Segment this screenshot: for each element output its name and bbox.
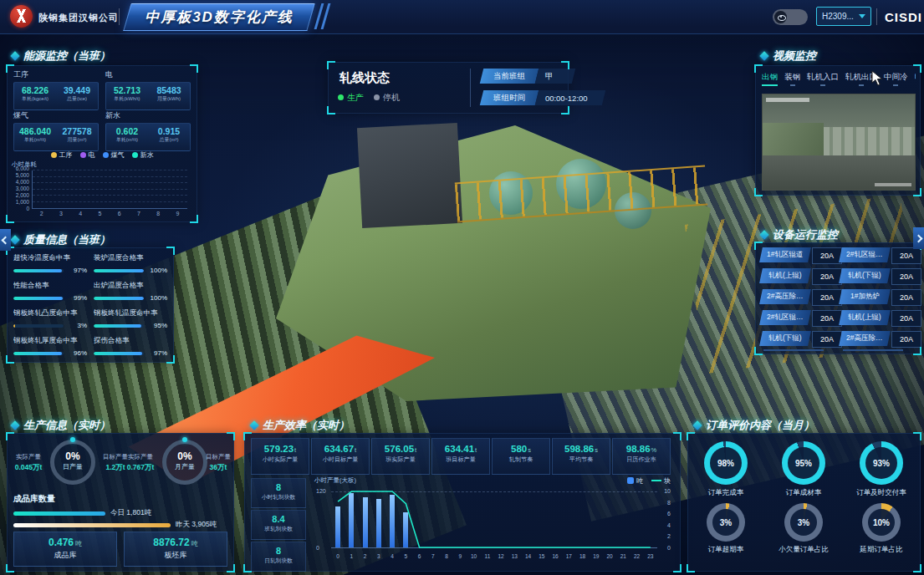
energy-value: 39.449	[56, 85, 98, 95]
video-frame[interactable]	[762, 94, 916, 191]
visibility-toggle[interactable]	[773, 9, 808, 25]
energy-value: 52.713	[106, 85, 148, 95]
tab-camera-5[interactable]: 电加热	[915, 72, 916, 86]
legend-swatch	[132, 152, 138, 158]
header-divider	[119, 8, 120, 25]
slab-stock-card: 8876.72吨板坯库	[124, 532, 227, 567]
tab-camera-4[interactable]: 中间冷	[884, 72, 908, 86]
y-tick-label: 0	[26, 206, 29, 211]
x-tick-label: 3	[51, 211, 70, 219]
order-delayed-gauge: 10%	[862, 503, 901, 542]
equipment-item[interactable]: 2#轧区辊…	[839, 247, 891, 262]
panel-corner	[561, 61, 569, 69]
x-tick-label: 15	[535, 553, 549, 562]
line-select-dropdown[interactable]: H2309...	[816, 7, 871, 26]
tab-camera-1[interactable]: 装钢	[784, 72, 800, 86]
energy-group: 新水 0.602单耗(m³/t) 0.915总量(m³)	[105, 110, 191, 151]
x-tick-label: 16	[549, 553, 562, 562]
equipment-panel: 1#轧区辊道20A 2#轧区辊…20A 轧机(上辊)20A 轧机(下辊)20A …	[755, 242, 921, 354]
panel-corner	[913, 188, 921, 196]
y-tick-label: 120	[316, 488, 326, 494]
finished-stock-card: 0.476吨成品库	[13, 532, 117, 567]
orders-panel: 98% 订单完成率 95% 订单成材率 93% 订单及时交付率 3% 订单超期率…	[687, 433, 921, 572]
y-tick-label: 10	[664, 488, 671, 494]
x-tick-label: 2	[359, 553, 372, 562]
y-tick-label: 1,000	[16, 199, 29, 205]
tab-underline	[893, 84, 898, 86]
equipment-item[interactable]: 轧机(下辊)	[759, 331, 811, 346]
equipment-current: 20A	[812, 247, 842, 264]
energy-panel: 工序 68.226单耗(kgce/t) 39.449总量(tce) 电 52.7…	[7, 65, 197, 222]
output-chart-plot	[331, 491, 657, 548]
equipment-item[interactable]: 1#加热炉	[839, 289, 891, 304]
x-tick-label: 14	[522, 553, 535, 562]
tab-camera-2[interactable]: 轧机入口	[807, 72, 839, 86]
hourly-output-chart: 01234567891011121314151617181920212223 0…	[311, 486, 676, 567]
equipment-item[interactable]: 2#高压除…	[759, 289, 811, 304]
equipment-item[interactable]: 轧机(下辊)	[839, 268, 891, 283]
legend-item: 吨	[627, 476, 643, 486]
target-output-month: 目标产量36万t	[204, 453, 232, 473]
panel-corner	[913, 64, 921, 73]
y-tick-label: 6	[667, 511, 671, 516]
legend-swatch	[651, 480, 661, 481]
equipment-current: 20A	[891, 247, 921, 264]
equipment-item[interactable]: 轧机(上辊)	[759, 268, 811, 283]
equipment-item[interactable]: 1#轧区辊道	[759, 247, 811, 262]
panel-corner	[754, 347, 763, 355]
panel-corner	[190, 64, 198, 73]
panel-corner	[190, 215, 198, 223]
collapse-right-panel-button[interactable]	[913, 227, 924, 249]
x-tick-label: 0	[331, 553, 345, 562]
panel-corner	[327, 106, 335, 114]
header-bar: 陕钢集团汉钢公司 中厚板3D数字化产线 H2309... CISDI	[0, 0, 924, 34]
efficiency-box: 8日轧制块数	[251, 542, 306, 572]
efficiency-box: 8小时轧制块数	[251, 478, 306, 508]
equipment-current: 20A	[891, 289, 921, 306]
equipment-item[interactable]: 2#高压除…	[839, 331, 891, 346]
tab-underline	[762, 84, 778, 86]
diamond-icon	[759, 230, 768, 239]
panel-corner	[754, 242, 763, 250]
gridline	[33, 201, 187, 202]
y-tick-label: 2,000	[16, 192, 29, 198]
chevron-right-icon	[915, 234, 923, 242]
panel-corner	[6, 215, 14, 223]
energy-value: 0.915	[148, 126, 190, 136]
efficiency-panel-title: 生产效率（实时）	[251, 418, 350, 433]
x-tick-label: 4	[71, 211, 90, 219]
x-tick-label: 7	[426, 553, 440, 562]
energy-value: 85483	[148, 85, 190, 95]
diamond-icon	[10, 420, 19, 430]
equipment-current: 20A	[812, 268, 842, 285]
order-ontime-gauge: 93%	[860, 441, 903, 485]
gauge-label: 订单成材率	[765, 488, 842, 498]
tab-underline	[790, 84, 795, 86]
equipment-item[interactable]: 轧机(上辊)	[839, 310, 891, 325]
progress-bar	[94, 269, 144, 272]
tab-camera-0[interactable]: 出钢	[762, 72, 778, 86]
orders-panel-title: 订单评价内容（当月）	[694, 418, 814, 433]
tab-underline	[820, 84, 825, 86]
equipment-item[interactable]: 2#轧区辊…	[759, 310, 811, 325]
panel-corner	[754, 64, 763, 73]
efficiency-card: 576.05t班实际产量	[371, 438, 430, 475]
production-panel: 实际产量0.045万t 0%日产量 目标产量1.2万t 实际产量0.767万t …	[7, 433, 234, 572]
collapse-left-panel-button[interactable]	[0, 229, 11, 251]
line-status-legend: 生产 停机	[338, 92, 400, 104]
video-osd-timestamp	[766, 98, 809, 102]
legend-item: 新水	[132, 150, 154, 160]
gauge-dot	[70, 437, 75, 442]
progress-bar	[13, 352, 62, 355]
progress-bar	[13, 324, 15, 328]
x-tick-label: 21	[616, 553, 630, 562]
stock-section-title: 成品库数量	[13, 493, 55, 505]
diamond-icon	[10, 235, 19, 244]
x-tick-label: 10	[467, 553, 481, 562]
legend-item-producing: 生产	[338, 92, 364, 104]
panel-corner	[166, 247, 175, 255]
gridline	[33, 170, 187, 170]
tab-underline	[859, 84, 864, 86]
list-scroll-indicator	[843, 349, 903, 351]
quality-item: 钢板终轧厚度命中率96%	[13, 336, 87, 357]
